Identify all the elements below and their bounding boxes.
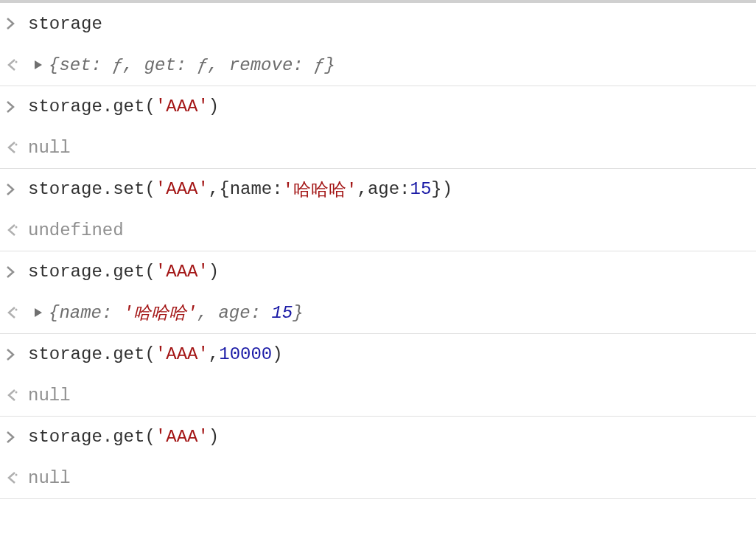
console-empty-row: [0, 498, 756, 516]
null-token: null: [28, 138, 71, 158]
input-prompt-icon: [6, 184, 28, 195]
code-token: ,{name:: [209, 179, 283, 199]
prop-key: remove:: [229, 55, 314, 75]
null-token: null: [28, 468, 71, 488]
prop-key: age:: [218, 303, 271, 323]
brace-open: {: [49, 55, 59, 75]
svg-point-1: [15, 144, 18, 146]
svg-point-5: [15, 474, 18, 476]
prop-key: set:: [59, 55, 112, 75]
console-input-content: storage: [28, 14, 749, 34]
console-input-row[interactable]: storage: [0, 3, 756, 44]
input-prompt-icon: [6, 18, 28, 29]
output-prompt-icon: [6, 59, 28, 71]
console-input-row[interactable]: storage.get('AAA'): [0, 86, 756, 127]
console-output-row[interactable]: null: [0, 375, 756, 416]
string-token: '哈哈哈': [283, 178, 357, 201]
expand-triangle-icon[interactable]: [28, 307, 49, 318]
prop-key: name:: [59, 303, 122, 323]
string-token: 'AAA': [155, 179, 209, 199]
svg-point-2: [15, 226, 18, 229]
console-input-row[interactable]: storage.get('AAA'): [0, 251, 756, 292]
console-output-content: null: [28, 468, 749, 488]
undefined-token: undefined: [28, 220, 124, 240]
prop-key: get:: [144, 55, 197, 75]
comma: ,: [123, 55, 144, 75]
code-token: storage.get(: [28, 262, 155, 282]
code-token: storage.get(: [28, 97, 155, 116]
code-token: ,age:: [357, 179, 410, 199]
brace-close: }: [325, 55, 335, 75]
number-token: 15: [410, 179, 432, 199]
code-token: ): [209, 262, 219, 282]
code-token: storage.set(: [28, 179, 155, 199]
string-token: 'AAA': [155, 344, 209, 364]
input-prompt-icon: [6, 431, 28, 443]
null-token: null: [28, 386, 71, 405]
number-token: 15: [271, 303, 293, 323]
input-prompt-icon: [6, 101, 28, 113]
console-input-content: storage.get('AAA'): [28, 97, 749, 116]
output-prompt-icon: [6, 142, 28, 153]
code-token: storage.get(: [28, 344, 155, 364]
output-prompt-icon: [6, 307, 28, 318]
code-token: storage: [28, 14, 102, 34]
string-token: 'AAA': [155, 427, 209, 447]
string-token: 'AAA': [155, 262, 209, 282]
func-token: ƒ: [314, 55, 324, 75]
console-input-row[interactable]: storage.get('AAA',10000): [0, 333, 756, 375]
console-output-row[interactable]: null: [0, 457, 756, 498]
code-token: ): [272, 344, 282, 364]
console-output-row[interactable]: undefined: [0, 209, 756, 251]
brace-open: {: [49, 303, 59, 323]
console-output-content: null: [28, 386, 749, 405]
comma: ,: [208, 55, 229, 75]
input-prompt-icon: [6, 349, 28, 361]
console-input-content: storage.get('AAA'): [28, 262, 749, 282]
code-token: ): [209, 427, 219, 447]
console-input-content: storage.get('AAA',10000): [28, 344, 749, 364]
console-output-content: null: [28, 138, 749, 158]
number-token: 10000: [219, 344, 272, 364]
output-prompt-icon: [6, 389, 28, 401]
code-token: }): [431, 179, 452, 199]
output-prompt-icon: [6, 224, 28, 236]
code-token: ): [209, 97, 219, 116]
svg-point-3: [15, 309, 18, 311]
string-token: 'AAA': [155, 97, 209, 116]
console-output-content: undefined: [28, 220, 749, 240]
func-token: ƒ: [112, 55, 122, 75]
output-prompt-icon: [6, 472, 28, 484]
console-input-content: storage.set('AAA',{name:'哈哈哈',age:15}): [28, 178, 749, 201]
brace-close: }: [293, 303, 303, 323]
comma: ,: [197, 303, 219, 323]
console-output-content: { set: ƒ , get: ƒ , remove: ƒ }: [28, 55, 749, 75]
console-output-content: { name: '哈哈哈' , age: 15 }: [28, 301, 749, 324]
svg-point-4: [15, 391, 18, 394]
expand-triangle-icon[interactable]: [28, 60, 49, 70]
input-prompt-icon: [6, 266, 28, 278]
code-token: ,: [209, 344, 219, 364]
console-input-row[interactable]: storage.set('AAA',{name:'哈哈哈',age:15}): [0, 168, 756, 209]
code-token: storage.get(: [28, 427, 155, 447]
func-token: ƒ: [197, 55, 208, 75]
string-token: '哈哈哈': [123, 301, 197, 324]
console-output-row[interactable]: null: [0, 127, 756, 168]
svg-point-0: [15, 61, 18, 63]
console-input-row[interactable]: storage.get('AAA'): [0, 416, 756, 457]
console-output-row[interactable]: { name: '哈哈哈' , age: 15 }: [0, 292, 756, 333]
console-input-content: storage.get('AAA'): [28, 427, 749, 447]
console-output-row[interactable]: { set: ƒ , get: ƒ , remove: ƒ }: [0, 44, 756, 86]
